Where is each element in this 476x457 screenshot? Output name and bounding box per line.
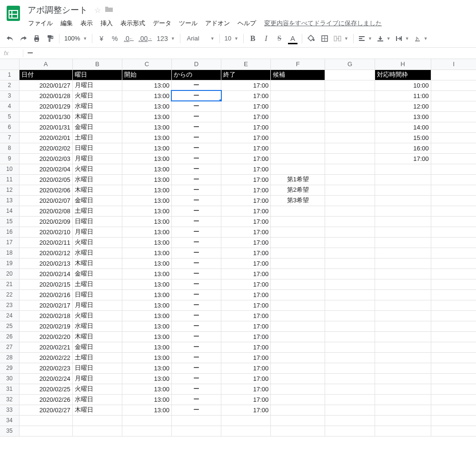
cell-B13[interactable]: 金曜日: [72, 195, 122, 206]
cell-A29[interactable]: 2020/02/23: [19, 363, 72, 373]
cell-I27[interactable]: [431, 342, 476, 352]
cell-F2[interactable]: [271, 80, 325, 90]
cell-C21[interactable]: 13:00: [122, 279, 171, 289]
cell-D34[interactable]: [171, 415, 221, 426]
cell-G19[interactable]: [325, 258, 375, 268]
menu-編集[interactable]: 編集: [57, 17, 76, 30]
cell-D16[interactable]: ー: [171, 227, 221, 237]
cell-G13[interactable]: [325, 195, 375, 206]
cell-E24[interactable]: 17:00: [221, 310, 271, 321]
cell-B6[interactable]: 金曜日: [72, 122, 122, 132]
formula-bar[interactable]: fx ー: [0, 48, 476, 59]
cell-F14[interactable]: [271, 206, 325, 216]
cell-A23[interactable]: 2020/02/17: [19, 300, 72, 310]
cell-D2[interactable]: ー: [171, 80, 221, 90]
redo-button[interactable]: [17, 32, 30, 45]
cell-E1[interactable]: 終了: [221, 70, 271, 80]
cell-G24[interactable]: [325, 310, 375, 321]
cell-H21[interactable]: [375, 279, 431, 289]
cell-C10[interactable]: 13:00: [122, 164, 171, 174]
row-header-5[interactable]: 5: [0, 111, 19, 122]
cell-C26[interactable]: 13:00: [122, 331, 171, 342]
cell-F32[interactable]: [271, 394, 325, 405]
cell-H20[interactable]: [375, 268, 431, 279]
cell-B12[interactable]: 木曜日: [72, 185, 122, 195]
row-header-28[interactable]: 28: [0, 352, 19, 363]
cell-G35[interactable]: [325, 426, 375, 436]
cell-A17[interactable]: 2020/02/11: [19, 237, 72, 248]
cell-G23[interactable]: [325, 300, 375, 310]
row-header-34[interactable]: 34: [0, 415, 19, 426]
cell-E18[interactable]: 17:00: [221, 248, 271, 258]
cell-H14[interactable]: [375, 206, 431, 216]
cell-A21[interactable]: 2020/02/15: [19, 279, 72, 289]
cell-H34[interactable]: [375, 415, 431, 426]
cell-G31[interactable]: [325, 384, 375, 394]
formula-value[interactable]: ー: [27, 49, 33, 58]
col-header-G[interactable]: G: [325, 59, 375, 70]
cell-C28[interactable]: 13:00: [122, 352, 171, 363]
text-wrap-button[interactable]: ▼: [394, 32, 411, 45]
col-header-A[interactable]: A: [19, 59, 72, 70]
cell-H6[interactable]: 14:00: [375, 122, 431, 132]
cell-A7[interactable]: 2020/02/01: [19, 132, 72, 143]
cell-I26[interactable]: [431, 331, 476, 342]
cell-A12[interactable]: 2020/02/06: [19, 185, 72, 195]
cell-H28[interactable]: [375, 352, 431, 363]
cell-G12[interactable]: [325, 185, 375, 195]
cell-D4[interactable]: ー: [171, 101, 221, 111]
cell-C6[interactable]: 13:00: [122, 122, 171, 132]
row-header-4[interactable]: 4: [0, 101, 19, 111]
cell-H18[interactable]: [375, 248, 431, 258]
cell-C12[interactable]: 13:00: [122, 185, 171, 195]
cell-A31[interactable]: 2020/02/25: [19, 384, 72, 394]
cell-I12[interactable]: [431, 185, 476, 195]
percent-format-button[interactable]: %: [109, 32, 121, 45]
cell-F29[interactable]: [271, 363, 325, 373]
cell-C19[interactable]: 13:00: [122, 258, 171, 268]
cell-F8[interactable]: [271, 143, 325, 153]
cell-F15[interactable]: [271, 216, 325, 227]
text-rotation-button[interactable]: A▼: [412, 32, 430, 45]
row-header-10[interactable]: 10: [0, 164, 19, 174]
cell-C29[interactable]: 13:00: [122, 363, 171, 373]
cell-B18[interactable]: 水曜日: [72, 248, 122, 258]
row-header-30[interactable]: 30: [0, 373, 19, 384]
cell-D24[interactable]: ー: [171, 310, 221, 321]
cell-H4[interactable]: 12:00: [375, 101, 431, 111]
cell-D31[interactable]: ー: [171, 384, 221, 394]
cell-G17[interactable]: [325, 237, 375, 248]
cell-I13[interactable]: [431, 195, 476, 206]
cell-C30[interactable]: 13:00: [122, 373, 171, 384]
row-header-31[interactable]: 31: [0, 384, 19, 394]
cell-F26[interactable]: [271, 331, 325, 342]
cell-D8[interactable]: ー: [171, 143, 221, 153]
cell-A33[interactable]: 2020/02/27: [19, 405, 72, 415]
menu-データ[interactable]: データ: [149, 17, 175, 30]
cell-G26[interactable]: [325, 331, 375, 342]
menu-表示形式[interactable]: 表示形式: [117, 17, 149, 30]
cell-G20[interactable]: [325, 268, 375, 279]
cell-C23[interactable]: 13:00: [122, 300, 171, 310]
cell-D12[interactable]: ー: [171, 185, 221, 195]
cell-I19[interactable]: [431, 258, 476, 268]
move-folder-icon[interactable]: [105, 6, 113, 14]
cell-I35[interactable]: [431, 426, 476, 436]
decrease-decimal-button[interactable]: .0←: [122, 32, 136, 45]
cell-C24[interactable]: 13:00: [122, 310, 171, 321]
cell-D13[interactable]: ー: [171, 195, 221, 206]
cell-F7[interactable]: [271, 132, 325, 143]
cell-C20[interactable]: 13:00: [122, 268, 171, 279]
cell-B32[interactable]: 水曜日: [72, 394, 122, 405]
cell-C32[interactable]: 13:00: [122, 394, 171, 405]
row-header-19[interactable]: 19: [0, 258, 19, 268]
cell-A11[interactable]: 2020/02/05: [19, 174, 72, 185]
cell-G22[interactable]: [325, 289, 375, 300]
row-header-9[interactable]: 9: [0, 153, 19, 164]
cell-G5[interactable]: [325, 111, 375, 122]
cell-B9[interactable]: 月曜日: [72, 153, 122, 164]
cell-H5[interactable]: 13:00: [375, 111, 431, 122]
row-header-32[interactable]: 32: [0, 394, 19, 405]
cell-B31[interactable]: 火曜日: [72, 384, 122, 394]
cell-B34[interactable]: [72, 415, 122, 426]
